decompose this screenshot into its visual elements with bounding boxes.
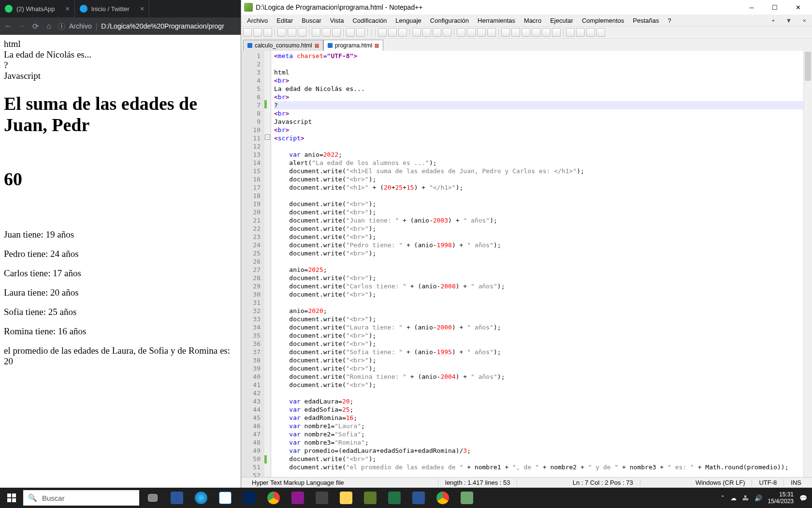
- toolbar-button[interactable]: [288, 28, 296, 37]
- code-line[interactable]: document.write("<br>");: [274, 208, 803, 216]
- editor[interactable]: 1234567891011121314151617181920212223242…: [241, 51, 812, 477]
- notifications-icon[interactable]: 💬: [799, 494, 807, 502]
- menu-item[interactable]: Codificación: [348, 15, 391, 26]
- title-bar[interactable]: D:\Logica de Programacion\programa.html …: [241, 0, 812, 15]
- toolbar-button[interactable]: [378, 28, 387, 37]
- code-line[interactable]: document.write("<br>");: [274, 455, 803, 463]
- menu-item[interactable]: Configuración: [426, 15, 473, 26]
- toolbar-button[interactable]: [298, 28, 306, 37]
- toolbar-button[interactable]: [412, 28, 421, 37]
- code-line[interactable]: document.write("<br>");: [274, 175, 803, 183]
- toolbar-button[interactable]: [467, 28, 476, 37]
- code-line[interactable]: anio=2025;: [274, 266, 803, 274]
- code-line[interactable]: var edadLaura=20;: [274, 397, 803, 405]
- calendar-icon[interactable]: [214, 488, 237, 508]
- code-line[interactable]: [274, 389, 803, 397]
- chevron-down-icon[interactable]: ▼: [782, 15, 796, 26]
- taskbar-app[interactable]: [455, 488, 478, 508]
- toolbar-button[interactable]: [586, 28, 595, 37]
- chevron-up-icon[interactable]: ˄: [721, 494, 725, 502]
- menu-item[interactable]: Complementos: [578, 15, 628, 26]
- address-bar[interactable]: i Archivo | D:/Logica%20de%20Programacio…: [58, 22, 237, 30]
- menu-item[interactable]: Buscar: [298, 15, 325, 26]
- browser-tab-whatsapp[interactable]: (2) WhatsApp ×: [0, 0, 75, 17]
- code-line[interactable]: document.write("Sofia tiene: " + (anio-1…: [274, 348, 803, 356]
- taskbar-search[interactable]: 🔍 Buscar: [23, 490, 139, 506]
- code-line[interactable]: document.write("<br>");: [274, 233, 803, 241]
- toolbar-button[interactable]: [263, 28, 272, 37]
- toolbar-button[interactable]: [542, 28, 551, 37]
- code-line[interactable]: document.write("<br>");: [274, 249, 803, 257]
- chrome-icon[interactable]: [262, 488, 285, 508]
- menu-item[interactable]: Ejecutar: [546, 15, 577, 26]
- toolbar-button[interactable]: [422, 28, 431, 37]
- toolbar-button[interactable]: [312, 28, 320, 37]
- code-line[interactable]: document.write("<br>");: [274, 290, 803, 299]
- code-line[interactable]: document.write("<br>");: [274, 200, 803, 208]
- code-line[interactable]: La edad de Nicolás es...: [274, 85, 803, 93]
- code-line[interactable]: [274, 471, 803, 477]
- close-tab-button[interactable]: ×: [798, 15, 810, 26]
- toolbar-button[interactable]: [566, 28, 575, 37]
- toolbar-button[interactable]: [332, 28, 341, 37]
- code-line[interactable]: [274, 192, 803, 200]
- menu-item[interactable]: Editar: [273, 15, 297, 26]
- toolbar-button[interactable]: [596, 28, 605, 37]
- taskbar-app[interactable]: [165, 488, 188, 508]
- fold-toggle-icon[interactable]: −: [265, 134, 270, 140]
- code-area[interactable]: <meta charset="UTF-8"> html<br>La edad d…: [271, 51, 803, 477]
- reload-icon[interactable]: ⟳: [31, 22, 40, 30]
- code-line[interactable]: alert("La edad de los alumnos es ...");: [274, 159, 803, 167]
- excel-icon[interactable]: [383, 488, 406, 508]
- code-line[interactable]: document.write("<br>");: [274, 364, 803, 373]
- menu-item[interactable]: ?: [664, 15, 675, 26]
- code-line[interactable]: document.write("Carlos tiene: " + (anio-…: [274, 282, 803, 290]
- code-line[interactable]: <br>: [274, 76, 803, 85]
- toolbar-button[interactable]: [511, 28, 520, 37]
- code-line[interactable]: <br>: [274, 93, 803, 101]
- volume-icon[interactable]: 🔊: [754, 494, 762, 502]
- browser-tab-twitter[interactable]: Inicio / Twitter ×: [75, 0, 149, 17]
- code-line[interactable]: document.write("<br>");: [274, 331, 803, 340]
- taskbar-app[interactable]: [359, 488, 382, 508]
- chrome-icon[interactable]: [431, 488, 454, 508]
- code-line[interactable]: document.write("<br>");: [274, 340, 803, 348]
- code-line[interactable]: document.write("<br>");: [274, 224, 803, 233]
- toolbar-button[interactable]: [576, 28, 585, 37]
- code-line[interactable]: <script>: [274, 134, 803, 142]
- maximize-button[interactable]: ☐: [764, 0, 786, 14]
- onedrive-icon[interactable]: ☁: [730, 494, 737, 502]
- code-line[interactable]: html: [274, 68, 803, 76]
- code-line[interactable]: document.write("<br>");: [274, 274, 803, 282]
- toolbar-button[interactable]: [522, 28, 530, 37]
- code-line[interactable]: <br>: [274, 109, 803, 118]
- code-line[interactable]: document.write("<h1>El suma de las edade…: [274, 167, 803, 175]
- toolbar-button[interactable]: [253, 28, 262, 37]
- code-line[interactable]: [274, 257, 803, 266]
- code-line[interactable]: anio=2020;: [274, 307, 803, 315]
- menu-item[interactable]: Macro: [520, 15, 545, 26]
- code-line[interactable]: document.write("Pedro tiene: " + (anio-1…: [274, 241, 803, 249]
- toolbar-button[interactable]: [388, 28, 397, 37]
- file-tab[interactable]: calculo_consumo.html ⊠: [243, 40, 323, 51]
- toolbar-button[interactable]: [346, 28, 355, 37]
- menu-item[interactable]: Vista: [326, 15, 348, 26]
- code-line[interactable]: var edadSofia=25;: [274, 405, 803, 414]
- toolbar-button[interactable]: [433, 28, 441, 37]
- back-icon[interactable]: ←: [4, 22, 13, 30]
- code-line[interactable]: document.write("Juan tiene: " + (anio-20…: [274, 216, 803, 224]
- code-line[interactable]: var promedio=(edadLaura+edadSofia+edadRo…: [274, 447, 803, 455]
- toolbar-button[interactable]: [277, 28, 286, 37]
- code-line[interactable]: document.write("<br>");: [274, 356, 803, 364]
- code-line[interactable]: <meta charset="UTF-8">: [274, 52, 803, 60]
- code-line[interactable]: document.write("<br>");: [274, 315, 803, 323]
- vertical-scrollbar[interactable]: [803, 51, 812, 477]
- task-view-icon[interactable]: [141, 488, 164, 508]
- code-line[interactable]: [274, 60, 803, 68]
- taskbar-app[interactable]: [310, 488, 334, 508]
- toolbar-button[interactable]: [443, 28, 451, 37]
- menu-item[interactable]: Lenguaje: [392, 15, 425, 26]
- toolbar-button[interactable]: [532, 28, 540, 37]
- code-line[interactable]: [274, 299, 803, 307]
- menu-item[interactable]: Herramientas: [474, 15, 519, 26]
